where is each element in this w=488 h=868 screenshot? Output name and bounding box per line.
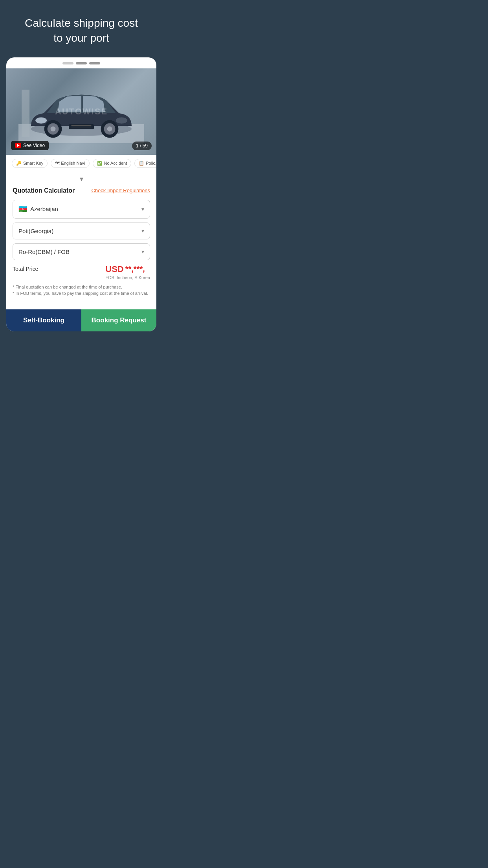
shipping-dropdown[interactable]: Ro-Ro(CBM) / FOB ▾ — [13, 243, 150, 260]
dot-2[interactable] — [76, 62, 87, 64]
carousel-dots — [6, 57, 156, 68]
total-price-row: Total Price USD **,***, FOB, Incheon, S.… — [13, 264, 150, 280]
see-video-button[interactable]: See Video — [11, 141, 49, 150]
total-price-label: Total Price — [13, 264, 38, 272]
port-label: Poti(Georgia) — [18, 228, 53, 234]
svg-rect-6 — [71, 127, 91, 127]
chevron-down-icon[interactable]: ▾ — [80, 175, 83, 183]
booking-request-button[interactable]: Booking Request — [81, 309, 156, 331]
azerbaijan-flag-icon: 🇦🇿 — [18, 205, 27, 213]
svg-point-12 — [107, 126, 112, 131]
dot-1 — [62, 62, 73, 64]
price-value: USD **,***, — [105, 264, 150, 274]
smart-key-icon: 🔑 — [16, 161, 22, 166]
navi-icon: 🗺 — [55, 161, 59, 166]
svg-rect-13 — [22, 90, 29, 137]
no-accident-icon: ✅ — [97, 161, 103, 166]
self-booking-button[interactable]: Self-Booking — [6, 309, 81, 331]
see-video-label: See Video — [23, 143, 45, 148]
tag-polic: 📋 Polic... — [134, 159, 156, 168]
quotation-header: Quotation Calculator Check Import Regula… — [13, 187, 150, 194]
expand-chevron-row[interactable]: ▾ — [6, 172, 156, 187]
port-chevron-icon: ▾ — [141, 228, 144, 234]
price-currency: USD — [105, 264, 123, 274]
price-asterisks: **,***, — [125, 265, 145, 274]
svg-point-3 — [116, 117, 127, 123]
svg-rect-4 — [69, 124, 94, 129]
fob-info: FOB, Incheon, S.Korea — [105, 275, 150, 280]
dot-3[interactable] — [89, 62, 100, 64]
port-dropdown[interactable]: Poti(Georgia) ▾ — [13, 223, 150, 239]
svg-point-9 — [51, 126, 56, 131]
disclaimer: * Final quotation can be changed at the … — [13, 284, 150, 297]
youtube-icon — [15, 143, 21, 148]
image-counter: 1 / 59 — [132, 142, 152, 150]
feature-tags-row: 🔑 Smart Key 🗺 English Navi ✅ No Accident… — [6, 155, 156, 172]
quotation-title: Quotation Calculator — [13, 187, 75, 194]
country-dropdown[interactable]: 🇦🇿 Azerbaijan ▾ — [13, 200, 150, 219]
disclaimer-line-2: * In FOB terms, you have to pay the ship… — [13, 290, 150, 297]
quotation-section: Quotation Calculator Check Import Regula… — [6, 187, 156, 303]
country-label: Azerbaijan — [30, 206, 58, 212]
hero-title: Calculate shipping cost to your port — [25, 16, 138, 46]
tag-smart-key: 🔑 Smart Key — [12, 159, 48, 168]
bottom-buttons: Self-Booking Booking Request — [6, 309, 156, 331]
svg-point-2 — [35, 117, 47, 123]
main-card: AUTOWISE See Video 1 / 59 🔑 Smart Key 🗺 … — [6, 57, 156, 331]
svg-rect-5 — [71, 125, 91, 126]
shipping-chevron-icon: ▾ — [141, 248, 144, 255]
tag-english-navi: 🗺 English Navi — [51, 159, 89, 168]
car-image-container: AUTOWISE See Video 1 / 59 — [6, 68, 156, 155]
shipping-label: Ro-Ro(CBM) / FOB — [18, 248, 70, 255]
disclaimer-line-1: * Final quotation can be changed at the … — [13, 284, 150, 291]
country-chevron-icon: ▾ — [141, 206, 144, 212]
tag-no-accident: ✅ No Accident — [93, 159, 132, 168]
polic-icon: 📋 — [139, 161, 144, 166]
check-import-link[interactable]: Check Import Regulations — [91, 188, 150, 193]
